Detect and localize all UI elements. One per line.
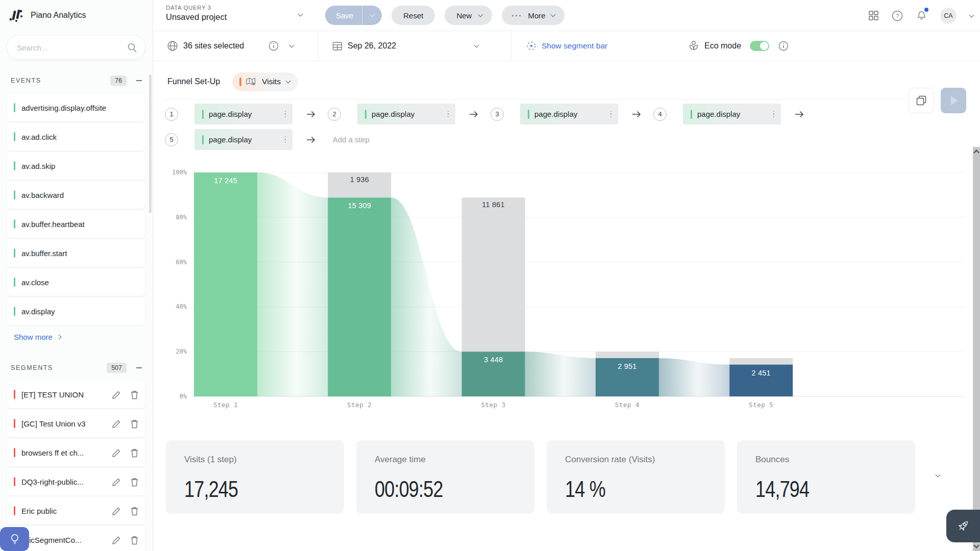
scroll-down-icon[interactable] bbox=[973, 542, 979, 548]
step-chip[interactable]: page.display bbox=[683, 104, 781, 124]
event-tick bbox=[14, 132, 15, 141]
segment-item[interactable]: [GC] Test Union v3 bbox=[7, 410, 145, 437]
event-item[interactable]: av.display bbox=[7, 297, 145, 325]
step-chip[interactable]: page.display bbox=[194, 129, 292, 150]
copy-icon bbox=[916, 95, 927, 106]
add-step-placeholder[interactable]: Add a step bbox=[333, 135, 370, 144]
segment-item[interactable]: browsers ff et ch... bbox=[7, 439, 145, 466]
help-icon[interactable]: ? bbox=[892, 10, 903, 21]
step-chip[interactable]: page.display bbox=[194, 104, 292, 124]
rocket-icon bbox=[956, 519, 970, 533]
user-avatar[interactable]: CA bbox=[940, 8, 957, 24]
chevron-down-icon bbox=[478, 12, 483, 17]
info-icon[interactable] bbox=[778, 41, 789, 51]
event-item[interactable]: av.buffer.heartbeat bbox=[7, 210, 145, 238]
show-segment-bar-link[interactable]: Show segment bar bbox=[526, 31, 607, 61]
edit-pencil-icon[interactable] bbox=[112, 419, 121, 429]
kpi-collapse-chevron[interactable] bbox=[936, 472, 941, 478]
search-input[interactable] bbox=[7, 36, 145, 59]
metric-selector[interactable]: Visits bbox=[232, 72, 298, 91]
arrow-right-icon bbox=[469, 111, 478, 118]
notifications-button[interactable] bbox=[916, 9, 927, 22]
event-item[interactable]: av.ad.skip bbox=[7, 152, 145, 180]
brand-name: Piano Analytics bbox=[31, 11, 86, 20]
new-label: New bbox=[456, 11, 472, 20]
segment-item[interactable]: Eric public bbox=[7, 497, 145, 524]
account-chevron-icon[interactable] bbox=[969, 12, 974, 17]
delete-trash-icon[interactable] bbox=[130, 535, 139, 545]
date-picker[interactable]: Sep 26, 2022 bbox=[332, 31, 478, 61]
kpi-card-bounces: Bounces 14,794 bbox=[737, 440, 915, 514]
run-query-button[interactable] bbox=[941, 88, 966, 113]
events-list: advertising.display.offsite av.ad.click … bbox=[7, 94, 145, 327]
step-number: 5 bbox=[165, 133, 178, 146]
chevron-down-icon bbox=[474, 43, 479, 48]
save-dropdown-button[interactable] bbox=[362, 14, 382, 16]
segments-collapse-button[interactable] bbox=[134, 367, 144, 368]
delete-trash-icon[interactable] bbox=[130, 390, 139, 399]
edit-pencil-icon[interactable] bbox=[112, 477, 121, 487]
edit-pencil-icon[interactable] bbox=[112, 448, 121, 458]
project-block[interactable]: DATA QUERY 3 Unsaved project bbox=[166, 5, 227, 22]
eco-plant-icon bbox=[688, 40, 699, 52]
event-item[interactable]: av.backward bbox=[7, 181, 145, 209]
delete-trash-icon[interactable] bbox=[130, 419, 139, 429]
search-icon bbox=[127, 42, 137, 53]
show-segment-bar-label: Show segment bar bbox=[542, 41, 607, 51]
metric-accent-bar bbox=[239, 78, 241, 86]
kebab-menu-icon[interactable] bbox=[285, 136, 286, 143]
sidebar-scrollbar[interactable] bbox=[149, 74, 152, 213]
svg-text:Step 5: Step 5 bbox=[749, 401, 773, 409]
funnel-header: Funnel Set-Up Visits bbox=[167, 70, 298, 93]
project-name: Unsaved project bbox=[166, 12, 227, 22]
more-button[interactable]: ··· More bbox=[502, 6, 564, 25]
eco-mode-toggle[interactable] bbox=[750, 41, 769, 51]
step-number: 1 bbox=[165, 108, 178, 121]
scroll-up-icon[interactable] bbox=[973, 149, 979, 155]
kpi-value: 00:09:52 bbox=[375, 476, 502, 503]
segments-label: SEGMENTS bbox=[11, 364, 107, 371]
svg-text:20%: 20% bbox=[176, 348, 187, 355]
edit-pencil-icon[interactable] bbox=[112, 506, 121, 516]
help-lightbulb-button[interactable] bbox=[0, 527, 29, 551]
kebab-menu-icon[interactable] bbox=[773, 111, 775, 118]
segments-count-badge: 507 bbox=[107, 363, 127, 373]
edit-pencil-icon[interactable] bbox=[112, 390, 121, 399]
svg-text:Step 3: Step 3 bbox=[481, 401, 506, 409]
kebab-menu-icon[interactable] bbox=[448, 111, 449, 118]
chevron-right-icon bbox=[56, 335, 61, 340]
funnel-chart[interactable]: 100%80%60%40%20%0%17 245Step 11 93615 30… bbox=[153, 153, 980, 421]
delete-trash-icon[interactable] bbox=[130, 506, 139, 516]
vertical-scrollbar[interactable] bbox=[973, 147, 980, 551]
new-button[interactable]: New bbox=[445, 6, 492, 25]
reset-button[interactable]: Reset bbox=[391, 6, 435, 25]
event-item[interactable]: av.ad.click bbox=[7, 123, 145, 151]
svg-text:0%: 0% bbox=[180, 393, 187, 400]
feedback-rocket-button[interactable] bbox=[946, 510, 980, 542]
apps-grid-icon[interactable] bbox=[869, 11, 878, 20]
info-icon[interactable] bbox=[268, 41, 279, 51]
search-box[interactable] bbox=[7, 36, 145, 59]
step-chip[interactable]: page.display bbox=[357, 104, 455, 124]
show-more-link[interactable]: Show more bbox=[14, 333, 61, 341]
segment-item-label: [ET] TEST UNION bbox=[21, 390, 108, 399]
event-item[interactable]: av.buffer.start bbox=[7, 239, 145, 267]
kebab-menu-icon[interactable] bbox=[285, 111, 286, 118]
duplicate-button[interactable] bbox=[909, 88, 934, 113]
kebab-menu-icon[interactable] bbox=[610, 111, 612, 118]
step-chip[interactable]: page.display bbox=[520, 104, 618, 124]
svg-text:?: ? bbox=[896, 13, 899, 19]
delete-trash-icon[interactable] bbox=[130, 448, 139, 458]
save-button[interactable]: Save bbox=[325, 6, 382, 25]
segment-item[interactable]: [ET] TEST UNION bbox=[7, 381, 145, 408]
events-collapse-button[interactable] bbox=[134, 80, 144, 81]
project-chevron-icon[interactable] bbox=[298, 12, 303, 17]
segment-item[interactable]: DQ3-right-public... bbox=[7, 468, 145, 495]
event-item[interactable]: av.close bbox=[7, 268, 145, 296]
delete-trash-icon[interactable] bbox=[130, 477, 139, 487]
edit-pencil-icon[interactable] bbox=[112, 535, 121, 545]
segment-item-label: EricSegmentCo... bbox=[21, 536, 108, 544]
toolbar-buttons: Save Reset New ··· More bbox=[325, 6, 565, 25]
event-item[interactable]: advertising.display.offsite bbox=[7, 94, 145, 121]
site-selector[interactable]: 36 sites selected bbox=[167, 31, 293, 61]
